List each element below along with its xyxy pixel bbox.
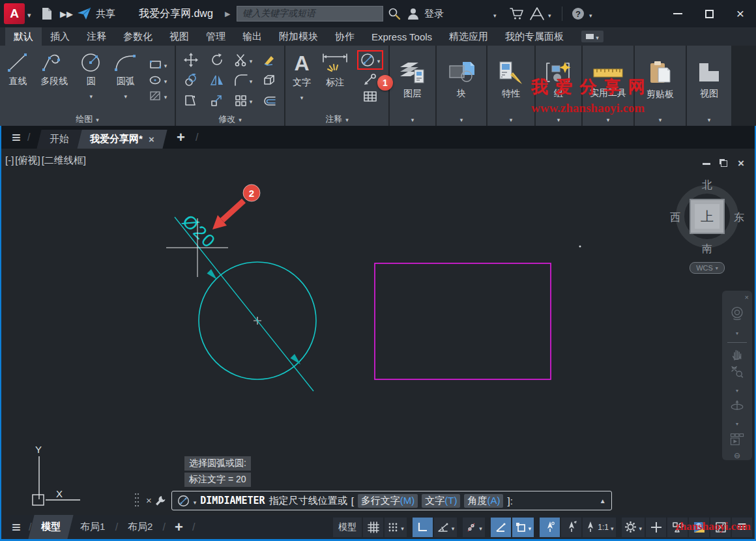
expand-quick-access-icon[interactable]: ▶▶: [60, 0, 73, 27]
viewport-visual-style-control[interactable]: [二维线框]: [42, 154, 86, 167]
insert-block-button[interactable]: 块: [437, 46, 486, 112]
ribbon-display-toggle[interactable]: [581, 31, 603, 42]
polar-caret-icon[interactable]: [452, 522, 455, 533]
ribbon-tab-output[interactable]: 输出: [234, 27, 270, 46]
ribbon-tab-default[interactable]: 默认: [5, 27, 42, 46]
properties-button[interactable]: 特性: [487, 46, 534, 112]
trim-tool-button[interactable]: [234, 53, 253, 66]
object-snap-toggle[interactable]: [512, 518, 534, 537]
annotation-scale-caret-icon[interactable]: [611, 522, 614, 533]
clipboard-panel-footer[interactable]: [635, 112, 686, 126]
app-menu-button[interactable]: A: [4, 3, 25, 24]
clean-screen-button[interactable]: [710, 518, 731, 537]
layout-tab-model[interactable]: 模型: [29, 515, 74, 539]
ribbon-tab-express[interactable]: Express Tools: [363, 27, 441, 46]
share-button[interactable]: 共享: [77, 0, 115, 27]
navwheel-caret-icon[interactable]: [736, 326, 738, 338]
hardware-acceleration-button[interactable]: [689, 518, 709, 537]
diameter-dimension-button[interactable]: [357, 50, 384, 70]
table-tool-button[interactable]: [362, 89, 378, 104]
showmotion-icon[interactable]: [728, 433, 746, 446]
ortho-toggle[interactable]: [413, 518, 433, 537]
base-view-button[interactable]: 视图: [687, 46, 731, 112]
fillet-caret-icon[interactable]: [250, 74, 253, 86]
hatch-tool-button[interactable]: [149, 89, 168, 103]
annotation-scale-button[interactable]: 1:1: [583, 518, 616, 537]
new-drawing-tab-button[interactable]: [177, 130, 185, 145]
stretch-tool-button[interactable]: [184, 94, 198, 107]
autoscale-toggle[interactable]: [561, 518, 581, 537]
draw-panel-footer[interactable]: 绘图: [0, 112, 175, 126]
file-tab-close-icon[interactable]: [149, 134, 154, 145]
sign-in-caret-icon[interactable]: [493, 0, 497, 27]
new-file-icon[interactable]: [40, 0, 53, 27]
array-tool-button[interactable]: [234, 94, 253, 107]
navigation-bar[interactable]: × ⊖: [722, 291, 752, 460]
ribbon-tab-addins[interactable]: 附加模块: [270, 27, 327, 46]
dimension-tool-button[interactable]: 标注: [318, 48, 352, 112]
fillet-tool-button[interactable]: [234, 74, 253, 87]
viewcube[interactable]: 北 西 东 南 上: [676, 179, 738, 254]
ribbon-tab-collaborate[interactable]: 协作: [327, 27, 363, 46]
measure-button[interactable]: 实用工具: [583, 46, 633, 112]
array-caret-icon[interactable]: [250, 95, 253, 106]
hatch-caret-icon[interactable]: [164, 90, 167, 102]
paste-button[interactable]: 剪贴板: [635, 46, 686, 112]
cli-command-caret-icon[interactable]: [194, 495, 197, 506]
trim-caret-icon[interactable]: [250, 54, 253, 66]
search-input[interactable]: 键入关键字或短语: [237, 6, 383, 22]
workspace-switching-button[interactable]: [622, 518, 645, 537]
cli-option-text[interactable]: 文字(T): [422, 494, 460, 508]
mirror-tool-button[interactable]: [210, 74, 224, 87]
orbit-icon[interactable]: [728, 400, 746, 412]
rotate-tool-button[interactable]: [210, 53, 224, 67]
navbar-close-icon[interactable]: ×: [745, 293, 749, 301]
ribbon-tab-manage[interactable]: 管理: [197, 27, 234, 46]
isolate-objects-button[interactable]: [667, 518, 688, 537]
arc-flyout-caret-icon[interactable]: [124, 89, 127, 101]
drawing-close-icon[interactable]: [738, 157, 744, 170]
layer-properties-button[interactable]: 图层: [390, 46, 435, 112]
isometric-caret-icon[interactable]: [479, 522, 482, 533]
box3d-tool-button[interactable]: [262, 74, 276, 87]
wcs-menu[interactable]: WCS: [690, 262, 725, 274]
polyline-tool-button[interactable]: 多段线: [35, 48, 74, 112]
snap-toggle[interactable]: [385, 518, 407, 537]
search-caret-icon[interactable]: ▶: [225, 0, 230, 27]
annotation-visibility-toggle[interactable]: [540, 518, 560, 537]
ribbon-tab-insert[interactable]: 插入: [42, 27, 78, 46]
drawing-restore-icon[interactable]: [721, 160, 727, 167]
ribbon-tab-parametric[interactable]: 参数化: [115, 27, 161, 46]
diameter-dimension-line[interactable]: [175, 217, 313, 391]
layout-menu-icon[interactable]: [12, 519, 21, 535]
arc-tool-button[interactable]: 圆弧: [108, 48, 143, 112]
model-space-toggle[interactable]: 模型: [333, 518, 362, 537]
text-caret-icon[interactable]: [300, 91, 304, 102]
file-tab-document[interactable]: 我爱分享网*: [78, 130, 167, 149]
file-tabs-menu-icon[interactable]: [12, 130, 21, 145]
layout-tab-layout1[interactable]: 布局1: [68, 515, 119, 539]
object-snap-tracking-toggle[interactable]: [491, 518, 511, 537]
object-snap-caret-icon[interactable]: [529, 522, 532, 533]
zoom-caret-icon[interactable]: [736, 383, 738, 395]
move-tool-button[interactable]: [184, 53, 198, 67]
group-button[interactable]: 组: [536, 46, 581, 112]
scale-tool-button[interactable]: [210, 94, 224, 107]
sign-in-button[interactable]: 登录: [407, 0, 444, 27]
navbar-customize-icon[interactable]: ⊖: [734, 451, 740, 460]
utilities-panel-footer[interactable]: [583, 112, 633, 126]
cli-customize-wrench-icon[interactable]: [154, 495, 166, 506]
ribbon-tab-custom[interactable]: 我的专属面板: [497, 27, 572, 46]
cli-option-angle[interactable]: 角度(A): [464, 494, 503, 508]
annotation-panel-footer[interactable]: 注释: [285, 112, 388, 126]
dimension-text[interactable]: Ø20: [179, 211, 220, 252]
modify-panel-footer[interactable]: 修改: [176, 112, 284, 126]
circle-tool-button[interactable]: 圆: [75, 48, 107, 112]
viewcube-top-face[interactable]: 上: [690, 199, 725, 234]
ribbon-tab-view[interactable]: 视图: [161, 27, 197, 46]
workspace-caret-icon[interactable]: [639, 522, 642, 533]
cli-option-mtext[interactable]: 多行文字(M): [358, 494, 418, 508]
viewcube-north[interactable]: 北: [702, 179, 712, 192]
rectangle-caret-icon[interactable]: [164, 59, 167, 70]
close-button[interactable]: ×: [727, 0, 753, 27]
